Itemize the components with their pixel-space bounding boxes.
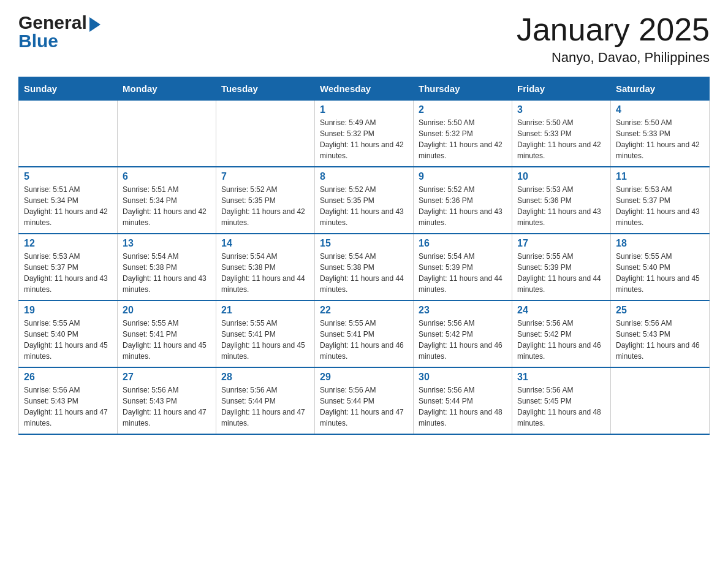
day-number: 12: [24, 238, 112, 249]
day-number: 5: [24, 171, 112, 182]
page-header: General Blue January 2025 Nanyo, Davao, …: [18, 12, 710, 66]
calendar-cell: 21Sunrise: 5:55 AM Sunset: 5:41 PM Dayli…: [216, 301, 315, 367]
day-number: 11: [616, 171, 704, 182]
day-number: 25: [616, 305, 704, 316]
calendar-cell: 26Sunrise: 5:56 AM Sunset: 5:43 PM Dayli…: [19, 367, 118, 434]
calendar-cell: [118, 101, 216, 167]
calendar-cell: 5Sunrise: 5:51 AM Sunset: 5:34 PM Daylig…: [19, 167, 118, 234]
day-number: 2: [419, 104, 507, 115]
day-number: 21: [221, 305, 309, 316]
day-number: 1: [320, 104, 408, 115]
day-info: Sunrise: 5:56 AM Sunset: 5:44 PM Dayligh…: [419, 385, 507, 429]
day-info: Sunrise: 5:50 AM Sunset: 5:33 PM Dayligh…: [517, 117, 605, 161]
day-number: 3: [517, 104, 605, 115]
calendar-cell: 16Sunrise: 5:54 AM Sunset: 5:39 PM Dayli…: [414, 234, 512, 301]
day-info: Sunrise: 5:56 AM Sunset: 5:43 PM Dayligh…: [24, 385, 112, 429]
calendar-table: SundayMondayTuesdayWednesdayThursdayFrid…: [18, 77, 710, 435]
day-info: Sunrise: 5:55 AM Sunset: 5:39 PM Dayligh…: [517, 251, 605, 295]
day-info: Sunrise: 5:54 AM Sunset: 5:38 PM Dayligh…: [123, 251, 211, 295]
day-number: 23: [419, 305, 507, 316]
calendar-cell: 3Sunrise: 5:50 AM Sunset: 5:33 PM Daylig…: [512, 101, 611, 167]
calendar-week-row: 1Sunrise: 5:49 AM Sunset: 5:32 PM Daylig…: [19, 101, 710, 167]
day-number: 8: [320, 171, 408, 182]
calendar-cell: 27Sunrise: 5:56 AM Sunset: 5:43 PM Dayli…: [118, 367, 216, 434]
day-info: Sunrise: 5:51 AM Sunset: 5:34 PM Dayligh…: [24, 184, 112, 228]
day-info: Sunrise: 5:56 AM Sunset: 5:42 PM Dayligh…: [517, 318, 605, 362]
calendar-cell: 20Sunrise: 5:55 AM Sunset: 5:41 PM Dayli…: [118, 301, 216, 367]
day-number: 20: [123, 305, 211, 316]
day-number: 13: [123, 238, 211, 249]
calendar-title: January 2025: [517, 12, 710, 47]
day-number: 14: [221, 238, 309, 249]
day-info: Sunrise: 5:55 AM Sunset: 5:41 PM Dayligh…: [320, 318, 408, 362]
logo-arrow-icon: [89, 17, 100, 32]
logo: General Blue: [18, 12, 100, 52]
day-number: 4: [616, 104, 704, 115]
day-header-sunday: Sunday: [19, 77, 118, 101]
day-info: Sunrise: 5:53 AM Sunset: 5:36 PM Dayligh…: [517, 184, 605, 228]
day-number: 10: [517, 171, 605, 182]
day-info: Sunrise: 5:54 AM Sunset: 5:39 PM Dayligh…: [419, 251, 507, 295]
day-info: Sunrise: 5:49 AM Sunset: 5:32 PM Dayligh…: [320, 117, 408, 161]
calendar-cell: 13Sunrise: 5:54 AM Sunset: 5:38 PM Dayli…: [118, 234, 216, 301]
day-number: 6: [123, 171, 211, 182]
day-header-friday: Friday: [512, 77, 611, 101]
calendar-week-row: 19Sunrise: 5:55 AM Sunset: 5:40 PM Dayli…: [19, 301, 710, 367]
day-number: 28: [221, 372, 309, 383]
calendar-week-row: 5Sunrise: 5:51 AM Sunset: 5:34 PM Daylig…: [19, 167, 710, 234]
calendar-cell: 30Sunrise: 5:56 AM Sunset: 5:44 PM Dayli…: [414, 367, 512, 434]
day-header-thursday: Thursday: [414, 77, 512, 101]
day-number: 29: [320, 372, 408, 383]
day-number: 19: [24, 305, 112, 316]
calendar-cell: 18Sunrise: 5:55 AM Sunset: 5:40 PM Dayli…: [611, 234, 710, 301]
calendar-week-row: 26Sunrise: 5:56 AM Sunset: 5:43 PM Dayli…: [19, 367, 710, 434]
day-number: 22: [320, 305, 408, 316]
day-info: Sunrise: 5:55 AM Sunset: 5:41 PM Dayligh…: [221, 318, 309, 362]
calendar-cell: 9Sunrise: 5:52 AM Sunset: 5:36 PM Daylig…: [414, 167, 512, 234]
day-header-tuesday: Tuesday: [216, 77, 315, 101]
calendar-cell: 25Sunrise: 5:56 AM Sunset: 5:43 PM Dayli…: [611, 301, 710, 367]
calendar-cell: 10Sunrise: 5:53 AM Sunset: 5:36 PM Dayli…: [512, 167, 611, 234]
calendar-cell: 8Sunrise: 5:52 AM Sunset: 5:35 PM Daylig…: [315, 167, 414, 234]
day-number: 17: [517, 238, 605, 249]
day-info: Sunrise: 5:56 AM Sunset: 5:42 PM Dayligh…: [419, 318, 507, 362]
day-info: Sunrise: 5:55 AM Sunset: 5:41 PM Dayligh…: [123, 318, 211, 362]
calendar-cell: 17Sunrise: 5:55 AM Sunset: 5:39 PM Dayli…: [512, 234, 611, 301]
day-number: 7: [221, 171, 309, 182]
day-number: 26: [24, 372, 112, 383]
day-info: Sunrise: 5:51 AM Sunset: 5:34 PM Dayligh…: [123, 184, 211, 228]
day-number: 27: [123, 372, 211, 383]
calendar-cell: 31Sunrise: 5:56 AM Sunset: 5:45 PM Dayli…: [512, 367, 611, 434]
calendar-header-row: SundayMondayTuesdayWednesdayThursdayFrid…: [19, 77, 710, 101]
calendar-cell: 28Sunrise: 5:56 AM Sunset: 5:44 PM Dayli…: [216, 367, 315, 434]
day-info: Sunrise: 5:56 AM Sunset: 5:44 PM Dayligh…: [221, 385, 309, 429]
calendar-cell: 23Sunrise: 5:56 AM Sunset: 5:42 PM Dayli…: [414, 301, 512, 367]
calendar-cell: [611, 367, 710, 434]
calendar-cell: [19, 101, 118, 167]
calendar-cell: 1Sunrise: 5:49 AM Sunset: 5:32 PM Daylig…: [315, 101, 414, 167]
calendar-cell: 29Sunrise: 5:56 AM Sunset: 5:44 PM Dayli…: [315, 367, 414, 434]
day-header-saturday: Saturday: [611, 77, 710, 101]
calendar-cell: 19Sunrise: 5:55 AM Sunset: 5:40 PM Dayli…: [19, 301, 118, 367]
day-number: 24: [517, 305, 605, 316]
calendar-subtitle: Nanyo, Davao, Philippines: [517, 50, 710, 66]
logo-blue-text: Blue: [18, 31, 100, 52]
calendar-cell: 7Sunrise: 5:52 AM Sunset: 5:35 PM Daylig…: [216, 167, 315, 234]
day-info: Sunrise: 5:54 AM Sunset: 5:38 PM Dayligh…: [320, 251, 408, 295]
day-number: 18: [616, 238, 704, 249]
day-info: Sunrise: 5:52 AM Sunset: 5:35 PM Dayligh…: [221, 184, 309, 228]
day-header-monday: Monday: [118, 77, 216, 101]
day-info: Sunrise: 5:50 AM Sunset: 5:32 PM Dayligh…: [419, 117, 507, 161]
calendar-cell: 15Sunrise: 5:54 AM Sunset: 5:38 PM Dayli…: [315, 234, 414, 301]
calendar-cell: 2Sunrise: 5:50 AM Sunset: 5:32 PM Daylig…: [414, 101, 512, 167]
day-number: 30: [419, 372, 507, 383]
calendar-cell: 24Sunrise: 5:56 AM Sunset: 5:42 PM Dayli…: [512, 301, 611, 367]
calendar-cell: 22Sunrise: 5:55 AM Sunset: 5:41 PM Dayli…: [315, 301, 414, 367]
day-info: Sunrise: 5:52 AM Sunset: 5:35 PM Dayligh…: [320, 184, 408, 228]
day-info: Sunrise: 5:56 AM Sunset: 5:44 PM Dayligh…: [320, 385, 408, 429]
logo-general-text: General: [18, 12, 87, 33]
day-number: 15: [320, 238, 408, 249]
day-info: Sunrise: 5:53 AM Sunset: 5:37 PM Dayligh…: [24, 251, 112, 295]
calendar-cell: 6Sunrise: 5:51 AM Sunset: 5:34 PM Daylig…: [118, 167, 216, 234]
day-info: Sunrise: 5:55 AM Sunset: 5:40 PM Dayligh…: [616, 251, 704, 295]
